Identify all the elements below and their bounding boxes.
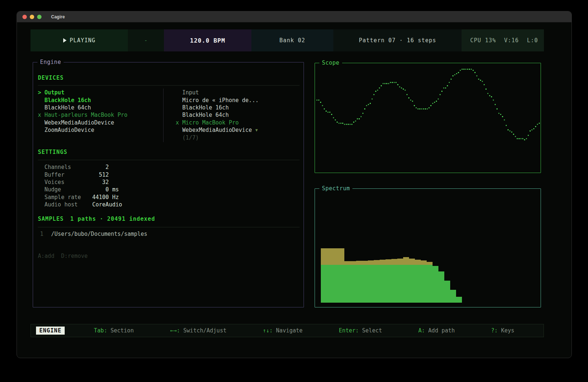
settings-rows: Channels 2Buffer 512Voices 32Nudge 0 msS… bbox=[44, 163, 298, 208]
more-below-icon: ▼ bbox=[255, 128, 258, 133]
status-bar: PLAYING - 120.0 BPM Bank 02 Pattern 07 ·… bbox=[31, 29, 544, 51]
devices-heading: DEVICES bbox=[38, 75, 64, 81]
hint-key: ↑↓: bbox=[263, 327, 273, 334]
scope-waveform bbox=[315, 63, 541, 173]
setting-label: Audio host bbox=[44, 201, 92, 208]
device-label: Haut-parleurs MacBook Pro bbox=[44, 112, 128, 118]
device-item[interactable]: xMicro MacBook Pro bbox=[176, 119, 299, 126]
close-button[interactable] bbox=[22, 15, 27, 19]
setting-label: Channels bbox=[44, 164, 92, 170]
device-item[interactable]: WebexMediaAudioDevice▼ bbox=[176, 126, 299, 134]
transport-label: PLAYING bbox=[70, 37, 96, 44]
path-index: 1 bbox=[40, 231, 51, 237]
device-item[interactable]: BlackHole 16ch bbox=[38, 96, 161, 104]
setting-row: Channels 2 bbox=[44, 163, 298, 171]
device-label: BlackHole 16ch bbox=[182, 104, 229, 111]
device-item[interactable]: BlackHole 64ch bbox=[176, 111, 299, 119]
key-hint: ↑↓: Navigate bbox=[263, 327, 302, 334]
device-item[interactable]: xHaut-parleurs MacBook Pro bbox=[38, 111, 161, 119]
device-label: Micro de « iPhone de... bbox=[182, 97, 259, 104]
samples-heading-line: SAMPLES 1 paths · 20491 indexed bbox=[38, 216, 155, 222]
titlebar: Cagire bbox=[17, 11, 571, 22]
setting-value[interactable]: 44100 Hz bbox=[92, 194, 119, 201]
device-label: (1/7) bbox=[182, 134, 199, 141]
device-label: WebexMediaAudioDevice bbox=[44, 119, 114, 126]
setting-row: Audio hostCoreAudio bbox=[44, 201, 298, 208]
device-label: ZoomAudioDevice bbox=[44, 127, 94, 133]
engine-panel: Engine DEVICES >OutputBlackHole 16chBlac… bbox=[33, 62, 304, 307]
metronome-indicator: - bbox=[128, 29, 164, 51]
settings-rule bbox=[38, 160, 300, 160]
device-item[interactable]: BlackHole 64ch bbox=[38, 104, 161, 111]
samples-summary: 1 paths · 20491 indexed bbox=[70, 216, 155, 222]
hint-label: Section bbox=[107, 327, 134, 334]
device-column-divider bbox=[163, 89, 164, 142]
mode-badge[interactable]: ENGINE bbox=[36, 327, 65, 335]
cpu-stat: CPU 13% bbox=[470, 37, 496, 44]
key-hint: ←→: Switch/Adjust bbox=[170, 327, 227, 334]
samples-key-hint: A:add D:remove bbox=[38, 253, 87, 259]
device-label: BlackHole 64ch bbox=[182, 112, 229, 118]
setting-label: Voices bbox=[44, 179, 92, 185]
setting-value[interactable]: 512 bbox=[92, 172, 109, 178]
engine-panel-title: Engine bbox=[37, 59, 64, 65]
spectrum-panel: Spectrum bbox=[315, 188, 541, 307]
setting-label: Sample rate bbox=[44, 194, 92, 201]
device-item[interactable]: ZoomAudioDevice bbox=[38, 126, 161, 134]
setting-row: Buffer 512 bbox=[44, 171, 298, 178]
bank-display[interactable]: Bank 02 bbox=[251, 29, 334, 51]
device-label: BlackHole 64ch bbox=[44, 104, 91, 111]
transport-control[interactable]: PLAYING bbox=[31, 29, 128, 51]
key-hint: Enter: Select bbox=[339, 327, 382, 334]
device-label: Input bbox=[182, 89, 199, 96]
device-item[interactable]: Input bbox=[176, 89, 299, 96]
device-marker: x bbox=[38, 112, 44, 118]
settings-heading: SETTINGS bbox=[38, 149, 67, 155]
traffic-lights bbox=[22, 15, 42, 19]
setting-row: Sample rate44100 Hz bbox=[44, 194, 298, 201]
bpm-value: 120.0 BPM bbox=[190, 37, 225, 44]
hint-label: Navigate bbox=[273, 327, 302, 334]
setting-value[interactable]: 2 bbox=[92, 164, 109, 170]
device-item[interactable]: Micro de « iPhone de... bbox=[176, 96, 299, 104]
scope-panel: Scope bbox=[315, 63, 541, 173]
stats-display: CPU 13% V:16 L:0 bbox=[462, 29, 544, 51]
setting-value[interactable]: 0 ms bbox=[92, 186, 119, 193]
device-item[interactable]: BlackHole 16ch bbox=[176, 104, 299, 111]
hint-key: ←→: bbox=[170, 327, 180, 334]
window-title: Cagire bbox=[51, 14, 65, 19]
hint-label: Select bbox=[359, 327, 382, 334]
hint-label: Switch/Adjust bbox=[180, 327, 226, 334]
hint-label: Add path bbox=[425, 327, 455, 334]
hint-key: Enter: bbox=[339, 327, 359, 334]
latency-stat: L:0 bbox=[527, 37, 538, 44]
play-icon bbox=[63, 38, 67, 43]
device-item[interactable]: WebexMediaAudioDevice bbox=[38, 119, 161, 126]
device-label: Output bbox=[44, 89, 64, 96]
pattern-value: Pattern 07 · 16 steps bbox=[359, 37, 437, 44]
bpm-display[interactable]: 120.0 BPM bbox=[164, 29, 251, 51]
pattern-display[interactable]: Pattern 07 · 16 steps bbox=[333, 29, 462, 51]
bank-value: Bank 02 bbox=[279, 37, 305, 44]
zoom-button[interactable] bbox=[37, 15, 42, 19]
setting-value[interactable]: 32 bbox=[92, 179, 109, 185]
device-marker: > bbox=[38, 89, 44, 96]
hint-label: Keys bbox=[498, 327, 514, 334]
samples-rule bbox=[38, 227, 300, 227]
key-hint: ?: Keys bbox=[491, 327, 514, 334]
setting-row: Voices 32 bbox=[44, 179, 298, 186]
footer-bar: ENGINE Tab: Section←→: Switch/Adjust↑↓: … bbox=[31, 324, 544, 337]
input-device-list: InputMicro de « iPhone de...BlackHole 16… bbox=[176, 89, 299, 141]
app-window: Cagire PLAYING - 120.0 BPM Bank 02 Patte… bbox=[17, 11, 572, 358]
output-device-list: >OutputBlackHole 16chBlackHole 64chxHaut… bbox=[38, 89, 161, 134]
setting-value[interactable]: CoreAudio bbox=[92, 201, 122, 208]
setting-label: Buffer bbox=[44, 172, 92, 178]
minimize-button[interactable] bbox=[30, 15, 34, 19]
sample-path-row[interactable]: 1/Users/bubo/Documents/samples bbox=[40, 231, 147, 237]
device-marker: x bbox=[176, 119, 182, 126]
device-item[interactable]: (1/7) bbox=[176, 134, 299, 141]
device-item[interactable]: >Output bbox=[38, 89, 161, 96]
hint-key: Tab: bbox=[94, 327, 107, 334]
device-label: Micro MacBook Pro bbox=[182, 119, 239, 126]
device-label: BlackHole 16ch bbox=[44, 97, 91, 104]
